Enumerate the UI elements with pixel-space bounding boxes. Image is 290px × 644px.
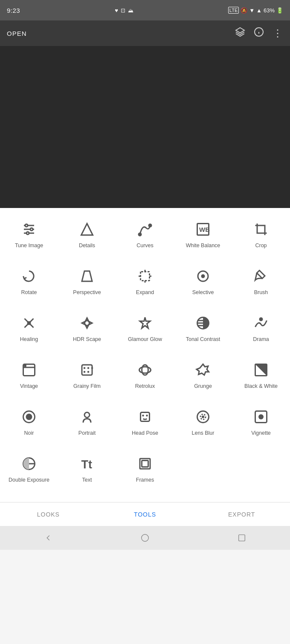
svg-text:WB: WB	[199, 226, 210, 233]
details-label: Details	[79, 242, 95, 249]
tools-grid: Tune Image Details Curves WB White Balan…	[0, 212, 290, 494]
tool-white-balance[interactable]: WB White Balance	[174, 212, 232, 259]
canvas-area	[0, 46, 290, 208]
tool-curves[interactable]: Curves	[116, 212, 174, 259]
bottom-tabs: LOOKS TOOLS EXPORT	[0, 502, 290, 526]
more-icon[interactable]: ⋮	[273, 27, 283, 39]
tonal-contrast-icon	[194, 314, 212, 332]
grunge-label: Grunge	[194, 383, 212, 390]
drama-label: Drama	[253, 336, 269, 343]
app-toolbar: OPEN ⋮	[0, 20, 290, 46]
wifi-icon: ▼	[249, 7, 255, 14]
back-button[interactable]	[35, 529, 61, 546]
black-white-label: Black & White	[244, 383, 278, 390]
tool-grunge[interactable]: Grunge	[174, 353, 232, 400]
double-exposure-icon	[20, 454, 38, 473]
vignette-icon	[252, 407, 270, 426]
hdr-scape-label: HDR Scape	[73, 336, 101, 343]
curves-label: Curves	[136, 242, 154, 249]
image-icon: ⛰	[128, 7, 133, 14]
grunge-icon	[194, 361, 212, 379]
tool-hdr-scape[interactable]: HDR Scape	[58, 306, 116, 353]
svg-marker-28	[140, 318, 150, 329]
nav-bar	[0, 526, 290, 550]
svg-point-12	[149, 224, 151, 227]
svg-point-9	[26, 232, 29, 234]
curves-icon	[136, 220, 154, 239]
svg-point-36	[25, 365, 26, 367]
healing-icon	[20, 314, 38, 332]
vintage-icon	[20, 361, 38, 379]
tool-noir[interactable]: Noir	[0, 400, 58, 447]
tool-retrolux[interactable]: Retrolux	[116, 353, 174, 400]
svg-rect-16	[141, 272, 150, 281]
tool-vignette[interactable]: Vignette	[232, 400, 290, 447]
retrolux-label: Retrolux	[135, 383, 155, 390]
tool-expand[interactable]: Expand	[116, 259, 174, 306]
grainy-film-label: Grainy Film	[73, 383, 101, 390]
tool-perspective[interactable]: Perspective	[58, 259, 116, 306]
tool-lens-blur[interactable]: Lens Blur	[174, 400, 232, 447]
svg-rect-61	[142, 461, 148, 467]
tool-text[interactable]: Tt Text	[58, 447, 116, 494]
tab-looks[interactable]: LOOKS	[0, 502, 97, 526]
mute-icon: 🔕	[241, 7, 247, 14]
svg-text:Tt: Tt	[81, 458, 92, 471]
svg-point-8	[30, 228, 33, 231]
details-icon	[78, 220, 96, 239]
open-button[interactable]: OPEN	[7, 30, 27, 37]
svg-point-50	[142, 415, 144, 417]
tool-brush[interactable]: Brush	[232, 259, 290, 306]
vignette-label: Vignette	[251, 430, 271, 436]
hdr-scape-icon	[78, 314, 96, 332]
expand-label: Expand	[136, 289, 154, 296]
tools-section: Tune Image Details Curves WB White Balan…	[0, 208, 290, 502]
tool-crop[interactable]: Crop	[232, 212, 290, 259]
tab-export[interactable]: EXPORT	[193, 502, 290, 526]
healing-label: Healing	[20, 336, 38, 343]
crop-icon	[252, 220, 270, 239]
layers-icon[interactable]	[235, 27, 245, 40]
noir-icon	[20, 407, 38, 426]
battery-text: 63%	[264, 7, 275, 14]
info-icon[interactable]	[254, 27, 264, 40]
head-pose-label: Head Pose	[132, 430, 158, 436]
tool-rotate[interactable]: Rotate	[0, 259, 58, 306]
tool-drama[interactable]: Drama	[232, 306, 290, 353]
grainy-film-icon	[78, 361, 96, 379]
tool-frames[interactable]: Frames	[116, 447, 174, 494]
white-balance-label: White Balance	[186, 242, 220, 249]
tool-portrait[interactable]: Portrait	[58, 400, 116, 447]
home-button[interactable]	[132, 529, 158, 546]
tool-head-pose[interactable]: Head Pose	[116, 400, 174, 447]
double-exposure-label: Double Exposure	[9, 477, 49, 483]
tool-double-exposure[interactable]: Double Exposure	[0, 447, 58, 494]
portrait-label: Portrait	[78, 430, 96, 436]
text-icon: Tt	[78, 454, 96, 473]
tool-selective[interactable]: Selective	[174, 259, 232, 306]
tonal-contrast-label: Tonal Contrast	[186, 336, 220, 343]
tool-healing[interactable]: Healing	[0, 306, 58, 353]
glamour-glow-icon	[136, 314, 154, 332]
drama-icon	[252, 314, 270, 332]
svg-point-54	[203, 416, 204, 418]
media-icon: ⊡	[121, 7, 125, 14]
tool-black-white[interactable]: Black & White	[232, 353, 290, 400]
rotate-icon	[20, 267, 38, 286]
tool-grainy-film[interactable]: Grainy Film	[58, 353, 116, 400]
tool-tonal-contrast[interactable]: Tonal Contrast	[174, 306, 232, 353]
recents-button[interactable]	[229, 529, 255, 546]
perspective-label: Perspective	[73, 289, 101, 296]
tab-tools[interactable]: TOOLS	[97, 502, 194, 526]
tune-image-icon	[20, 220, 38, 239]
svg-point-41	[84, 371, 86, 373]
tool-details[interactable]: Details	[58, 212, 116, 259]
battery-icon: 🔋	[276, 7, 283, 14]
svg-point-38	[84, 367, 86, 369]
lte-icon: LTE	[228, 7, 239, 14]
tool-vintage[interactable]: Vintage	[0, 353, 58, 400]
svg-point-42	[87, 371, 90, 373]
tool-tune-image[interactable]: Tune Image	[0, 212, 58, 259]
svg-marker-27	[82, 321, 92, 326]
tool-glamour-glow[interactable]: Glamour Glow	[116, 306, 174, 353]
